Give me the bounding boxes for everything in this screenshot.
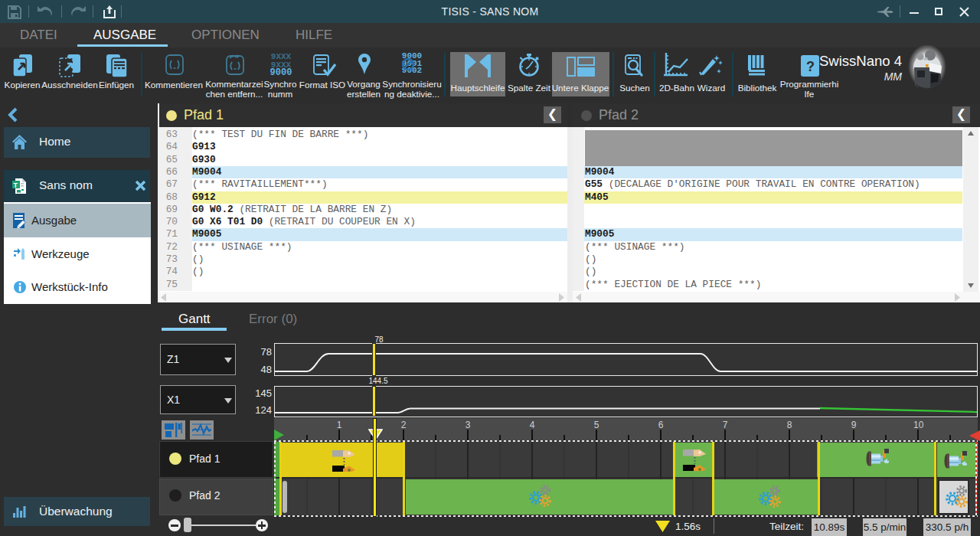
svg-text:T: T [14,181,18,189]
